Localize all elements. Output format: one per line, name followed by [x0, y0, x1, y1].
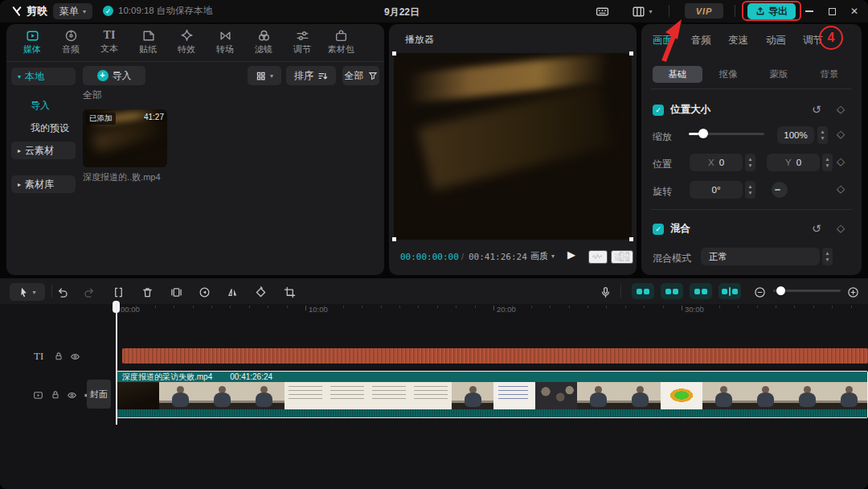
inspector-subtab-background[interactable]: 背景 — [805, 66, 854, 83]
scale-value-field[interactable]: 100% — [777, 126, 814, 144]
rotate-value-field[interactable]: 0° — [690, 181, 743, 199]
mirror-button[interactable] — [223, 284, 241, 300]
export-button[interactable]: 导出 — [747, 3, 796, 19]
sidebar-item-my-presets[interactable]: 我的预设 — [11, 119, 76, 137]
fullscreen-button[interactable] — [619, 251, 630, 262]
rotate-button[interactable] — [252, 284, 269, 300]
video-track-visibility-button[interactable] — [64, 388, 79, 401]
reverse-button[interactable] — [195, 284, 213, 300]
sidebar-item-asset-library[interactable]: ▸素材库 — [11, 175, 76, 193]
redo-button[interactable] — [80, 284, 98, 300]
transform-reset-button[interactable]: ↺ — [812, 104, 821, 115]
rotate-keyframe-button[interactable]: ◇ — [837, 183, 845, 194]
inspector-tab-picture[interactable]: 画面 — [653, 34, 673, 47]
app-name: 剪映 — [27, 4, 47, 18]
text-track-lock-button[interactable] — [51, 350, 66, 363]
preview-quality-button[interactable] — [588, 250, 608, 264]
sort-button[interactable]: 排序 — [286, 66, 336, 85]
text-track-visibility-button[interactable] — [68, 350, 82, 363]
asset-tab-transition[interactable]: 转场 — [206, 29, 244, 61]
rotate-dial[interactable] — [772, 182, 788, 198]
sidebar-item-local[interactable]: ▾本地 — [11, 68, 76, 85]
shortcut-keyboard-button[interactable] — [592, 4, 612, 18]
blend-checkbox[interactable]: ✓ — [653, 224, 664, 235]
asset-tab-package[interactable]: 素材包 — [321, 29, 360, 61]
stepper-up-icon: ▲ — [747, 183, 752, 190]
freeze-button[interactable] — [167, 284, 185, 300]
slider-handle[interactable] — [698, 129, 708, 138]
blend-mode-stepper[interactable]: ▲▼ — [822, 248, 833, 265]
scale-slider[interactable] — [689, 129, 764, 138]
blend-mode-dropdown[interactable]: 正常 — [701, 248, 820, 265]
linkage-toggle[interactable] — [690, 283, 712, 299]
view-mode-button[interactable]: ▾ — [248, 66, 281, 85]
vip-badge[interactable]: VIP — [685, 3, 723, 18]
blend-keyframe-button[interactable]: ◇ — [837, 223, 845, 233]
quality-dropdown[interactable]: 画质 ▾ — [530, 250, 555, 262]
asset-tab-effects[interactable]: 特效 — [167, 29, 206, 61]
asset-tab-label: 调节 — [293, 45, 311, 54]
timeline-video-clip[interactable]: 深度报道的采访失败.mp4 00:41:26:24 — [117, 371, 868, 418]
asset-tab-media[interactable]: 媒体 — [13, 29, 51, 61]
asset-tab-text[interactable]: TI文本 — [90, 29, 129, 61]
cover-button[interactable]: 封面 — [87, 380, 111, 409]
position-x-stepper[interactable]: ▲▼ — [745, 154, 755, 171]
timeline-zoom-slider[interactable] — [773, 290, 841, 292]
inspector-tab-adjust[interactable]: 调节 — [803, 34, 823, 47]
delete-button[interactable] — [138, 284, 156, 300]
record-voiceover-button[interactable] — [596, 284, 614, 300]
selection-handle[interactable] — [392, 51, 396, 55]
sidebar-item-cloud-assets[interactable]: ▸云素材 — [11, 142, 76, 159]
media-thumbnail[interactable]: 已添加 41:27 — [83, 109, 167, 167]
selection-handle[interactable] — [629, 237, 633, 241]
preview-axis-toggle[interactable] — [719, 283, 741, 299]
main-track-magnet-toggle[interactable] — [632, 283, 654, 299]
sidebar-item-import[interactable]: 导入 — [11, 97, 76, 114]
time-separator: / — [461, 252, 464, 261]
video-viewport[interactable] — [394, 53, 632, 240]
video-track-lock-button[interactable] — [48, 388, 63, 401]
window-maximize-button[interactable] — [823, 4, 841, 18]
position-keyframe-button[interactable]: ◇ — [837, 156, 845, 166]
inspector-tab-audio[interactable]: 音频 — [691, 34, 711, 47]
selection-handle[interactable] — [392, 237, 396, 241]
blend-reset-button[interactable]: ↺ — [812, 223, 821, 234]
inspector-tab-animation[interactable]: 动画 — [766, 34, 786, 47]
scale-keyframe-button[interactable]: ◇ — [837, 129, 845, 139]
transform-keyframe-button[interactable]: ◇ — [837, 104, 845, 114]
position-y-stepper[interactable]: ▲▼ — [822, 154, 833, 171]
play-button[interactable]: ▶ — [567, 249, 575, 261]
layout-switch-button[interactable]: ▾ — [627, 4, 657, 18]
subtitle-track-clips[interactable] — [122, 348, 868, 364]
position-x-field[interactable]: X 0 — [690, 154, 743, 171]
selection-handle[interactable] — [629, 51, 633, 55]
asset-tab-sticker[interactable]: 贴纸 — [129, 29, 167, 61]
inspector-subtab-basic[interactable]: 基础 — [653, 66, 702, 83]
slider-handle[interactable] — [776, 286, 785, 295]
timeline-ruler[interactable]: 00:0010:0020:0030:00 — [0, 304, 868, 315]
inspector-subtab-mask[interactable]: 蒙版 — [754, 66, 804, 83]
asset-tab-audio[interactable]: 音频 — [51, 29, 90, 61]
inspector-subtab-matting[interactable]: 抠像 — [703, 66, 753, 83]
undo-button[interactable] — [53, 284, 71, 300]
asset-tab-filter[interactable]: 滤镜 — [244, 29, 283, 61]
menu-button[interactable]: 菜单 ▾ — [53, 3, 92, 19]
position-y-field[interactable]: Y 0 — [767, 154, 820, 171]
inspector-tab-speed[interactable]: 变速 — [728, 34, 748, 47]
import-media-button[interactable]: + 导入 — [83, 66, 145, 85]
ruler-minor-tick — [813, 306, 814, 308]
crop-button[interactable] — [280, 284, 298, 300]
window-close-button[interactable]: ✕ — [845, 4, 863, 18]
filter-all-button[interactable]: 全部 — [342, 66, 379, 85]
window-minimize-button[interactable] — [800, 4, 818, 18]
zoom-out-button[interactable] — [751, 284, 768, 300]
rotate-stepper[interactable]: ▲▼ — [745, 181, 755, 199]
asset-tab-adjust[interactable]: 调节 — [283, 29, 321, 61]
split-button[interactable] — [109, 284, 127, 300]
zoom-in-button[interactable] — [844, 284, 862, 300]
sort-label: 排序 — [294, 69, 313, 83]
transform-checkbox[interactable]: ✓ — [653, 105, 664, 116]
auto-snap-toggle[interactable] — [661, 283, 683, 299]
select-tool-button[interactable]: ▾ — [10, 283, 45, 301]
scale-stepper[interactable]: ▲▼ — [817, 126, 828, 144]
